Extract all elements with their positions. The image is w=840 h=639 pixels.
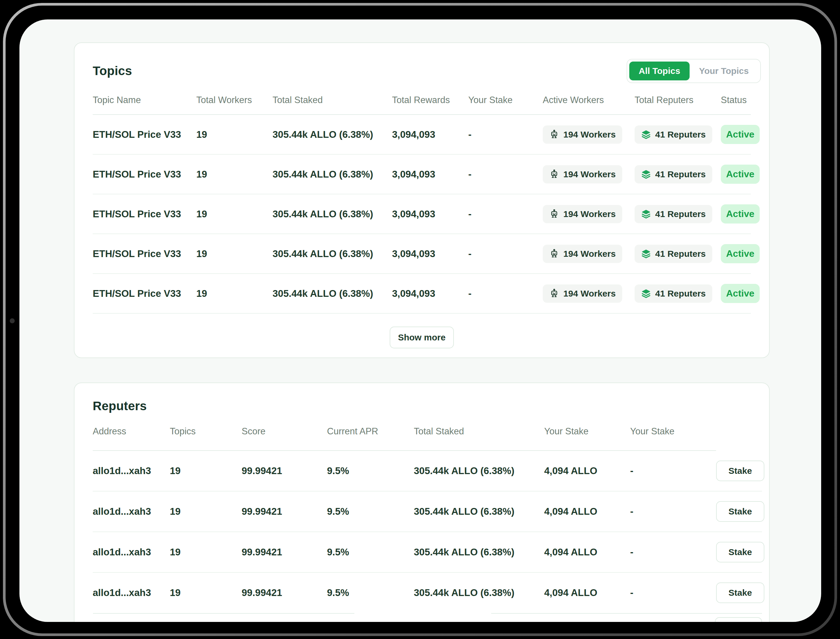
reputer-address: allo1d...xah3 — [93, 465, 170, 477]
topics-table-body: ETH/SOL Price V3319305.44k ALLO (6.38%)3… — [93, 115, 751, 314]
total-staked-value: 305.44k ALLO (6.38%) — [414, 587, 544, 598]
total-rewards-value: 3,094,093 — [392, 248, 468, 259]
stake-button-clipped[interactable] — [715, 617, 762, 622]
reputer-topics-value: 19 — [170, 465, 242, 477]
reputer-row: allo1d...xah31999.994219.5%305.44k ALLO … — [93, 491, 762, 532]
total-staked-value: 305.44k ALLO (6.38%) — [273, 208, 392, 220]
total-reputers-badge: 41 Reputers — [635, 165, 712, 183]
your-stake-value: 4,094 ALLO — [544, 587, 630, 598]
reputer-topics-value: 19 — [170, 547, 242, 558]
your-stake-value: - — [468, 169, 543, 180]
robot-icon — [549, 289, 559, 299]
topic-name: ETH/SOL Price V33 — [93, 248, 196, 259]
topic-row[interactable]: ETH/SOL Price V3319305.44k ALLO (6.38%)3… — [93, 115, 751, 154]
total-workers-value: 19 — [196, 169, 273, 180]
your-stake-2-value: - — [630, 465, 716, 477]
layers-icon — [641, 209, 651, 219]
stake-button[interactable]: Stake — [716, 542, 764, 563]
total-workers-value: 19 — [196, 208, 273, 220]
your-stake-value: - — [468, 288, 543, 299]
front-camera-icon — [10, 318, 15, 323]
reputer-score-value: 99.99421 — [242, 506, 327, 517]
column-header-score: Score — [242, 426, 327, 451]
topics-filter-toggle: All Topics Your Topics — [627, 59, 761, 83]
total-staked-value: 305.44k ALLO (6.38%) — [414, 547, 544, 558]
topics-card-header: Topics All Topics Your Topics — [93, 59, 761, 83]
total-staked-value: 305.44k ALLO (6.38%) — [273, 169, 392, 180]
total-rewards-value: 3,094,093 — [392, 288, 468, 299]
layers-icon — [641, 169, 651, 179]
column-header-total-staked: Total Staked — [414, 426, 544, 451]
your-stake-value: - — [468, 129, 543, 140]
topics-table-header: Topic NameTotal WorkersTotal StakedTotal… — [93, 95, 751, 115]
reputers-table-header: AddressTopicsScoreCurrent APRTotal Stake… — [93, 426, 762, 451]
active-workers-label: 194 Workers — [563, 169, 616, 179]
tab-all-topics[interactable]: All Topics — [629, 62, 689, 80]
column-header-your-stake-2: Your Stake — [630, 426, 716, 451]
reputer-address: allo1d...xah3 — [93, 506, 170, 517]
reputer-address: allo1d...xah3 — [93, 587, 170, 598]
topic-row[interactable]: ETH/SOL Price V3319305.44k ALLO (6.38%)3… — [93, 234, 751, 274]
active-workers-label: 194 Workers — [563, 209, 616, 219]
your-stake-value: - — [468, 248, 543, 259]
tablet-frame: { "topics_section": { "title": "Topics",… — [0, 0, 840, 639]
topic-name: ETH/SOL Price V33 — [93, 129, 196, 140]
topics-card: Topics All Topics Your Topics Topic Name… — [74, 42, 770, 358]
show-more-button[interactable]: Show more — [390, 327, 454, 348]
column-header-total-rewards: Total Rewards — [392, 95, 468, 105]
total-staked-value: 305.44k ALLO (6.38%) — [273, 288, 392, 299]
column-header-current-apr: Current APR — [327, 426, 414, 451]
stake-button[interactable]: Stake — [716, 461, 764, 481]
status-badge: Active — [721, 125, 760, 144]
total-reputers-label: 41 Reputers — [655, 130, 706, 140]
reputer-score-value: 99.99421 — [242, 465, 327, 477]
column-header-topics: Topics — [170, 426, 242, 451]
active-workers-badge: 194 Workers — [543, 126, 622, 144]
tab-your-topics[interactable]: Your Topics — [689, 62, 758, 80]
active-workers-label: 194 Workers — [563, 249, 616, 259]
stake-button[interactable]: Stake — [716, 501, 764, 522]
total-staked-value: 305.44k ALLO (6.38%) — [273, 129, 392, 140]
active-workers-badge: 194 Workers — [543, 205, 622, 223]
total-workers-value: 19 — [196, 248, 273, 259]
layers-icon — [641, 130, 651, 140]
your-stake-2-value: - — [630, 506, 716, 517]
column-header-address: Address — [93, 426, 170, 451]
total-reputers-badge: 41 Reputers — [635, 285, 712, 303]
topic-row[interactable]: ETH/SOL Price V3319305.44k ALLO (6.38%)3… — [93, 274, 751, 314]
reputer-address: allo1d...xah3 — [93, 547, 170, 558]
reputer-topics-value: 19 — [170, 506, 242, 517]
total-workers-value: 19 — [196, 288, 273, 299]
total-workers-value: 19 — [196, 129, 273, 140]
topic-row[interactable]: ETH/SOL Price V3319305.44k ALLO (6.38%)3… — [93, 194, 751, 234]
robot-icon — [549, 249, 559, 259]
reputer-score-value: 99.99421 — [242, 587, 327, 598]
status-badge: Active — [721, 244, 760, 263]
reputer-row: allo1d...xah31999.994219.5%305.44k ALLO … — [93, 573, 762, 613]
column-header-your-stake: Your Stake — [468, 95, 543, 105]
total-reputers-label: 41 Reputers — [655, 169, 706, 179]
status-badge: Active — [721, 165, 760, 184]
total-rewards-value: 3,094,093 — [392, 169, 468, 180]
active-workers-badge: 194 Workers — [543, 285, 622, 303]
page-title-reputers: Reputers — [93, 399, 147, 413]
topic-row[interactable]: ETH/SOL Price V3319305.44k ALLO (6.38%)3… — [93, 154, 751, 194]
stake-button[interactable]: Stake — [716, 582, 764, 603]
your-stake-value: 4,094 ALLO — [544, 465, 630, 477]
robot-icon — [549, 209, 559, 219]
layers-icon — [641, 289, 651, 299]
table-bottom-divider — [93, 613, 762, 614]
column-header-total-staked: Total Staked — [273, 95, 392, 105]
your-stake-value: - — [468, 208, 543, 220]
your-stake-value: 4,094 ALLO — [544, 506, 630, 517]
status-badge: Active — [721, 204, 760, 224]
your-stake-2-value: - — [630, 547, 716, 558]
reputers-table-body: allo1d...xah31999.994219.5%305.44k ALLO … — [93, 451, 762, 613]
total-reputers-label: 41 Reputers — [655, 209, 706, 219]
current-apr-value: 9.5% — [327, 587, 414, 598]
current-apr-value: 9.5% — [327, 547, 414, 558]
screen: Topics All Topics Your Topics Topic Name… — [19, 19, 821, 622]
total-staked-value: 305.44k ALLO (6.38%) — [273, 248, 392, 259]
total-staked-value: 305.44k ALLO (6.38%) — [414, 465, 544, 477]
reputer-row: allo1d...xah31999.994219.5%305.44k ALLO … — [93, 532, 762, 573]
